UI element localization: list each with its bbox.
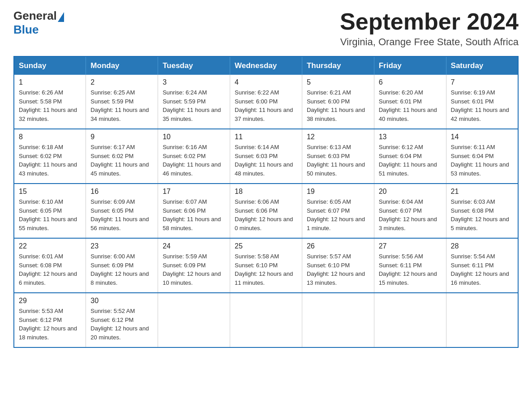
- calendar-header-thursday: Thursday: [302, 56, 374, 75]
- day-number: 13: [379, 133, 442, 141]
- day-number: 17: [163, 188, 225, 196]
- calendar-day-cell: 28Sunrise: 5:54 AMSunset: 6:11 PMDayligh…: [446, 238, 518, 293]
- day-number: 16: [90, 188, 153, 196]
- day-info: Sunrise: 6:24 AMSunset: 5:59 PMDaylight:…: [163, 88, 225, 123]
- header: General Blue September 2024 Virginia, Or…: [13, 9, 519, 48]
- calendar-day-cell: 16Sunrise: 6:09 AMSunset: 6:05 PMDayligh…: [86, 184, 158, 238]
- calendar-day-cell: 19Sunrise: 6:05 AMSunset: 6:07 PMDayligh…: [302, 184, 374, 238]
- calendar-header-saturday: Saturday: [446, 56, 518, 75]
- calendar-day-cell: 2Sunrise: 6:25 AMSunset: 5:59 PMDaylight…: [86, 75, 158, 129]
- day-info: Sunrise: 6:09 AMSunset: 6:05 PMDaylight:…: [90, 197, 153, 232]
- day-info: Sunrise: 6:13 AMSunset: 6:03 PMDaylight:…: [307, 143, 369, 178]
- calendar-header-wednesday: Wednesday: [230, 56, 302, 75]
- calendar-header-monday: Monday: [86, 56, 158, 75]
- day-info: Sunrise: 6:21 AMSunset: 6:00 PMDaylight:…: [307, 88, 369, 123]
- calendar-day-cell: 29Sunrise: 5:53 AMSunset: 6:12 PMDayligh…: [14, 293, 86, 347]
- calendar-day-cell: [446, 293, 518, 347]
- day-info: Sunrise: 6:04 AMSunset: 6:07 PMDaylight:…: [379, 197, 442, 232]
- calendar-day-cell: 8Sunrise: 6:18 AMSunset: 6:02 PMDaylight…: [14, 129, 86, 184]
- day-number: 18: [235, 188, 297, 196]
- day-number: 12: [307, 133, 369, 141]
- day-info: Sunrise: 5:58 AMSunset: 6:10 PMDaylight:…: [235, 252, 297, 287]
- calendar-header-tuesday: Tuesday: [158, 56, 230, 75]
- calendar-header-row: SundayMondayTuesdayWednesdayThursdayFrid…: [14, 56, 518, 75]
- calendar-day-cell: [302, 293, 374, 347]
- calendar-header-friday: Friday: [374, 56, 446, 75]
- calendar-day-cell: 13Sunrise: 6:12 AMSunset: 6:04 PMDayligh…: [374, 129, 446, 184]
- calendar-day-cell: 5Sunrise: 6:21 AMSunset: 6:00 PMDaylight…: [302, 75, 374, 129]
- calendar-day-cell: 14Sunrise: 6:11 AMSunset: 6:04 PMDayligh…: [446, 129, 518, 184]
- day-info: Sunrise: 5:59 AMSunset: 6:09 PMDaylight:…: [163, 252, 225, 287]
- day-number: 1: [19, 78, 81, 86]
- calendar-table: SundayMondayTuesdayWednesdayThursdayFrid…: [13, 56, 519, 348]
- day-info: Sunrise: 6:25 AMSunset: 5:59 PMDaylight:…: [90, 88, 153, 123]
- day-number: 4: [235, 78, 297, 86]
- calendar-day-cell: 24Sunrise: 5:59 AMSunset: 6:09 PMDayligh…: [158, 238, 230, 293]
- calendar-day-cell: 7Sunrise: 6:19 AMSunset: 6:01 PMDaylight…: [446, 75, 518, 129]
- day-info: Sunrise: 6:17 AMSunset: 6:02 PMDaylight:…: [90, 143, 153, 178]
- day-info: Sunrise: 5:52 AMSunset: 6:12 PMDaylight:…: [90, 307, 153, 342]
- day-info: Sunrise: 6:20 AMSunset: 6:01 PMDaylight:…: [379, 88, 442, 123]
- calendar-day-cell: [230, 293, 302, 347]
- day-info: Sunrise: 6:22 AMSunset: 6:00 PMDaylight:…: [235, 88, 297, 123]
- calendar-day-cell: 21Sunrise: 6:03 AMSunset: 6:08 PMDayligh…: [446, 184, 518, 238]
- logo-blue-text: Blue: [13, 23, 64, 37]
- day-number: 25: [235, 242, 297, 250]
- day-info: Sunrise: 6:16 AMSunset: 6:02 PMDaylight:…: [163, 143, 225, 178]
- day-number: 26: [307, 242, 369, 250]
- day-info: Sunrise: 6:06 AMSunset: 6:06 PMDaylight:…: [235, 197, 297, 232]
- day-number: 22: [19, 242, 81, 250]
- day-number: 20: [379, 188, 442, 196]
- calendar-day-cell: [374, 293, 446, 347]
- day-info: Sunrise: 5:54 AMSunset: 6:11 PMDaylight:…: [451, 252, 513, 287]
- logo-general-text: General: [13, 9, 57, 23]
- day-number: 9: [90, 133, 153, 141]
- day-number: 30: [90, 297, 153, 305]
- day-number: 11: [235, 133, 297, 141]
- calendar-day-cell: 4Sunrise: 6:22 AMSunset: 6:00 PMDaylight…: [230, 75, 302, 129]
- calendar-header-sunday: Sunday: [14, 56, 86, 75]
- day-number: 15: [19, 188, 81, 196]
- day-number: 3: [163, 78, 225, 86]
- day-info: Sunrise: 5:53 AMSunset: 6:12 PMDaylight:…: [19, 307, 81, 342]
- day-info: Sunrise: 6:01 AMSunset: 6:08 PMDaylight:…: [19, 252, 81, 287]
- day-number: 10: [163, 133, 225, 141]
- calendar-day-cell: 18Sunrise: 6:06 AMSunset: 6:06 PMDayligh…: [230, 184, 302, 238]
- day-info: Sunrise: 6:03 AMSunset: 6:08 PMDaylight:…: [451, 197, 513, 232]
- calendar-day-cell: 12Sunrise: 6:13 AMSunset: 6:03 PMDayligh…: [302, 129, 374, 184]
- day-number: 21: [451, 188, 513, 196]
- day-info: Sunrise: 5:56 AMSunset: 6:11 PMDaylight:…: [379, 252, 442, 287]
- day-info: Sunrise: 6:00 AMSunset: 6:09 PMDaylight:…: [90, 252, 153, 287]
- day-number: 2: [90, 78, 153, 86]
- calendar-day-cell: 23Sunrise: 6:00 AMSunset: 6:09 PMDayligh…: [86, 238, 158, 293]
- calendar-day-cell: 9Sunrise: 6:17 AMSunset: 6:02 PMDaylight…: [86, 129, 158, 184]
- day-number: 24: [163, 242, 225, 250]
- calendar-week-row: 1Sunrise: 6:26 AMSunset: 5:58 PMDaylight…: [14, 75, 518, 129]
- day-number: 5: [307, 78, 369, 86]
- day-number: 6: [379, 78, 442, 86]
- day-number: 8: [19, 133, 81, 141]
- month-title: September 2024: [340, 9, 519, 34]
- calendar-day-cell: 1Sunrise: 6:26 AMSunset: 5:58 PMDaylight…: [14, 75, 86, 129]
- day-info: Sunrise: 6:14 AMSunset: 6:03 PMDaylight:…: [235, 143, 297, 178]
- day-number: 19: [307, 188, 369, 196]
- calendar-day-cell: 27Sunrise: 5:56 AMSunset: 6:11 PMDayligh…: [374, 238, 446, 293]
- day-number: 28: [451, 242, 513, 250]
- day-info: Sunrise: 6:12 AMSunset: 6:04 PMDaylight:…: [379, 143, 442, 178]
- day-info: Sunrise: 6:10 AMSunset: 6:05 PMDaylight:…: [19, 197, 81, 232]
- calendar-day-cell: 22Sunrise: 6:01 AMSunset: 6:08 PMDayligh…: [14, 238, 86, 293]
- location-subtitle: Virginia, Orange Free State, South Afric…: [340, 36, 519, 48]
- calendar-day-cell: 26Sunrise: 5:57 AMSunset: 6:10 PMDayligh…: [302, 238, 374, 293]
- calendar-day-cell: 3Sunrise: 6:24 AMSunset: 5:59 PMDaylight…: [158, 75, 230, 129]
- day-info: Sunrise: 6:11 AMSunset: 6:04 PMDaylight:…: [451, 143, 513, 178]
- calendar-day-cell: 30Sunrise: 5:52 AMSunset: 6:12 PMDayligh…: [86, 293, 158, 347]
- calendar-week-row: 22Sunrise: 6:01 AMSunset: 6:08 PMDayligh…: [14, 238, 518, 293]
- logo: General Blue: [13, 9, 64, 37]
- calendar-day-cell: 20Sunrise: 6:04 AMSunset: 6:07 PMDayligh…: [374, 184, 446, 238]
- day-info: Sunrise: 6:18 AMSunset: 6:02 PMDaylight:…: [19, 143, 81, 178]
- day-number: 7: [451, 78, 513, 86]
- day-number: 27: [379, 242, 442, 250]
- day-number: 14: [451, 133, 513, 141]
- day-info: Sunrise: 6:07 AMSunset: 6:06 PMDaylight:…: [163, 197, 225, 232]
- calendar-day-cell: 11Sunrise: 6:14 AMSunset: 6:03 PMDayligh…: [230, 129, 302, 184]
